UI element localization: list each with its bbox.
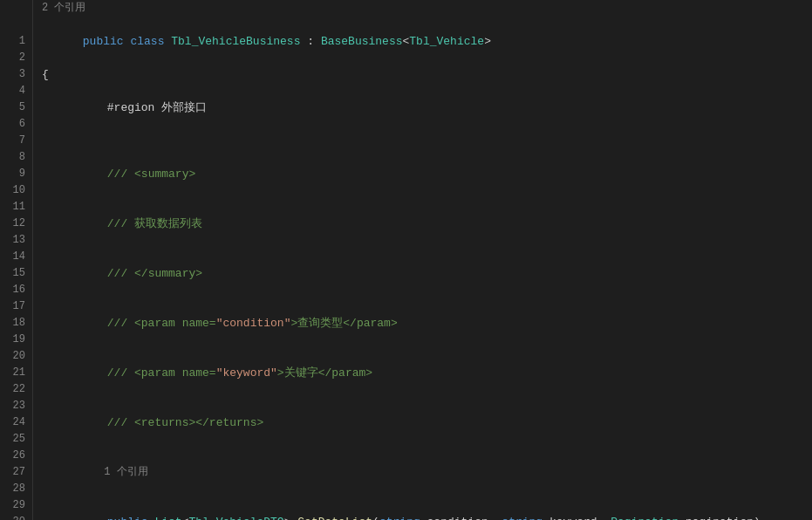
line-numbers: 1 2 3 4 5 6 7 8 9 10 11 12 13 14 15 16 1… <box>0 0 33 520</box>
code-line: public List<Tbl_VehicleDTO> GetDataList(… <box>42 497 812 520</box>
code-line: { <box>42 66 812 83</box>
code-line: public class Tbl_VehicleBusiness : BaseB… <box>42 17 812 66</box>
code-line <box>42 133 812 149</box>
code-line: /// <summary> <box>42 149 812 199</box>
code-line: /// <param name="condition">查询类型</param> <box>42 298 812 348</box>
code-line: /// <param name="keyword">关键字</param> <box>42 348 812 398</box>
code-content: 2 个引用 public class Tbl_VehicleBusiness :… <box>33 0 812 520</box>
code-line: /// <returns></returns> <box>42 398 812 448</box>
code-line: #region 外部接口 <box>42 83 812 133</box>
ref-hint: 2 个引用 <box>42 0 812 17</box>
code-line: /// </summary> <box>42 249 812 298</box>
code-line: /// 获取数据列表 <box>42 199 812 249</box>
ref-hint-method: 1 个引用 <box>42 448 812 497</box>
code-editor: 1 2 3 4 5 6 7 8 9 10 11 12 13 14 15 16 1… <box>0 0 812 520</box>
